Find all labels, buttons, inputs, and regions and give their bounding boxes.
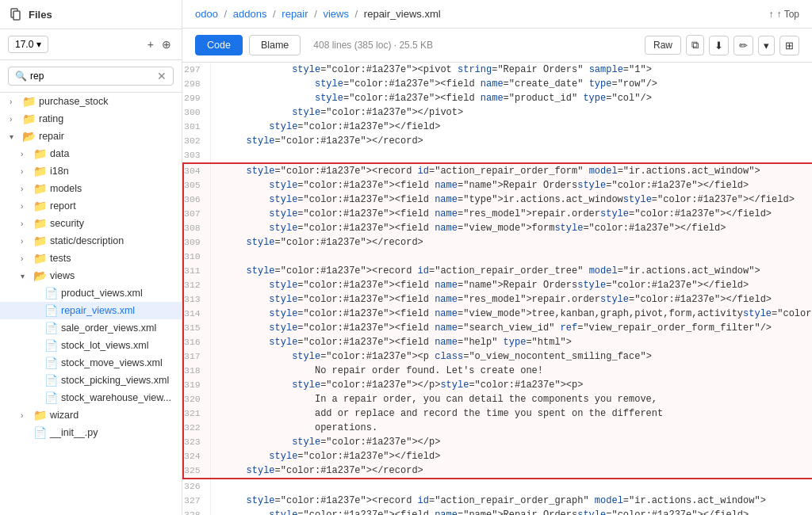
version-select[interactable]: 17.0 ▾ (8, 36, 48, 53)
sidebar: Files 17.0 ▾ + ⊕ 🔍 ✕ › 📁 purchase_stock … (0, 0, 182, 515)
blame-tab[interactable]: Blame (249, 35, 301, 55)
line-code (210, 250, 812, 264)
line-code: style="color:#1a237e"></p> (210, 435, 812, 449)
tree-chevron: › (21, 219, 30, 228)
search-files-button[interactable]: ⊕ (159, 36, 174, 53)
table-row: 328 style="color:#1a237e"><field name="n… (183, 508, 812, 515)
breadcrumb-addons[interactable]: addons (233, 8, 267, 20)
code-area[interactable]: 297 style="color:#1a237e"><pivot string=… (182, 63, 812, 515)
tree-item-purchase_stock[interactable]: › 📁 purchase_stock (0, 93, 182, 110)
table-row: 301 style="color:#1a237e"></field> (183, 120, 812, 134)
table-row: 320 In a repair order, you can detail th… (183, 392, 812, 406)
tree-item-data[interactable]: › 📁 data (0, 145, 182, 162)
line-number: 318 (183, 364, 210, 378)
tree-item-product_views[interactable]: 📄 product_views.xml (0, 284, 182, 302)
edit-button[interactable]: ✏ (733, 36, 753, 55)
breadcrumb-repair[interactable]: repair (282, 8, 308, 20)
chevron-down-icon: ▾ (36, 39, 41, 50)
breadcrumb-odoo[interactable]: odoo (195, 8, 218, 20)
sidebar-title: Files (29, 9, 52, 21)
line-code: No repair order found. Let's create one! (210, 364, 812, 378)
files-icon (10, 8, 22, 21)
tree-item-stock_picking_views[interactable]: 📄 stock_picking_views.xml (0, 372, 182, 389)
tree-item-sale_order_views[interactable]: 📄 sale_order_views.xml (0, 319, 182, 337)
tree-chevron: ▾ (10, 132, 19, 141)
clear-search-button[interactable]: ✕ (157, 70, 167, 82)
table-row: 311 style="color:#1a237e"><record id="ac… (183, 264, 812, 278)
tree-icon: 📂 (33, 269, 47, 282)
tree-item-models[interactable]: › 📁 models (0, 180, 182, 197)
line-number: 312 (183, 278, 210, 292)
tree-label: i18n (50, 166, 69, 177)
tree-item-stock_warehouse_view[interactable]: 📄 stock_warehouse_view... (0, 389, 182, 406)
table-row: 321 add or replace and record the time y… (183, 406, 812, 421)
table-row: 299 style="color:#1a237e"><field name="p… (183, 91, 812, 105)
tree-item-i18n[interactable]: › 📁 i18n (0, 162, 182, 180)
tree-item-repair[interactable]: ▾ 📂 repair (0, 128, 182, 145)
tree-label: report (50, 200, 76, 212)
tree-chevron: › (10, 115, 19, 124)
search-input[interactable] (30, 71, 154, 82)
tree-chevron: › (10, 97, 19, 106)
breadcrumb-sep-3: / (314, 8, 317, 20)
line-code: style="color:#1a237e"><record id="action… (210, 163, 812, 178)
search-icon: 🔍 (15, 71, 27, 82)
line-number: 323 (183, 435, 210, 449)
tree-icon: 📄 (44, 357, 58, 369)
download-button[interactable]: ⬇ (709, 36, 729, 55)
line-code: style="color:#1a237e"><field name="type"… (210, 193, 812, 207)
line-number: 315 (183, 321, 210, 335)
line-code: In a repair order, you can detail the co… (210, 392, 812, 406)
tree-item-repair_views[interactable]: 📄 repair_views.xml (0, 302, 182, 319)
line-code: style="color:#1a237e"><field name="searc… (210, 321, 812, 335)
table-row: 324 style="color:#1a237e"></field> (183, 449, 812, 464)
tree-label: static/description (50, 235, 124, 246)
top-label: ↑ Top (777, 9, 799, 20)
line-number: 311 (183, 264, 210, 278)
tree-item-wizard[interactable]: › 📁 wizard (0, 406, 182, 424)
tree-item-init_py[interactable]: 📄 __init__.py (0, 424, 182, 441)
tree-icon: 📄 (33, 426, 47, 439)
table-row: 317 style="color:#1a237e"><p class="o_vi… (183, 349, 812, 364)
tree-item-report[interactable]: › 📁 report (0, 197, 182, 215)
more-button[interactable]: ▾ (758, 36, 775, 55)
add-file-button[interactable]: + (145, 36, 156, 53)
tree-item-static_description[interactable]: › 📁 static/description (0, 232, 182, 250)
line-number: 299 (183, 91, 210, 105)
tree-item-security[interactable]: › 📁 security (0, 215, 182, 232)
copy-button[interactable]: ⧉ (686, 35, 704, 55)
line-code: style="color:#1a237e"><field name="name"… (210, 278, 812, 292)
tree-item-tests[interactable]: › 📁 tests (0, 250, 182, 267)
table-row: 315 style="color:#1a237e"><field name="s… (183, 321, 812, 335)
tree-label: data (50, 148, 69, 159)
line-code: style="color:#1a237e"></record> (210, 134, 812, 148)
line-code: style="color:#1a237e"></field> (210, 449, 812, 464)
line-code (210, 148, 812, 163)
line-number: 327 (183, 494, 210, 508)
file-tree: › 📁 purchase_stock › 📁 rating ▾ 📂 repair… (0, 93, 182, 515)
line-number: 304 (183, 163, 210, 178)
breadcrumb-current: repair_views.xml (364, 8, 441, 20)
line-number: 302 (183, 134, 210, 148)
tree-label: stock_move_views.xml (61, 357, 163, 368)
tree-item-stock_lot_views[interactable]: 📄 stock_lot_views.xml (0, 337, 182, 354)
line-code: style="color:#1a237e"><field name="view_… (210, 221, 812, 235)
line-number: 316 (183, 335, 210, 349)
tree-chevron: › (21, 202, 30, 211)
raw-button[interactable]: Raw (645, 36, 681, 55)
line-code: style="color:#1a237e"><field name="creat… (210, 77, 812, 91)
tree-label: stock_warehouse_view... (61, 392, 171, 403)
tree-item-views[interactable]: ▾ 📂 views (0, 267, 182, 284)
breadcrumb-views[interactable]: views (323, 8, 349, 20)
panel-button[interactable]: ⊞ (779, 36, 799, 55)
top-button[interactable]: ↑ ↑ Top (769, 9, 799, 20)
tree-item-stock_move_views[interactable]: 📄 stock_move_views.xml (0, 354, 182, 372)
tree-icon: 📁 (33, 217, 47, 230)
line-number: 317 (183, 349, 210, 364)
code-tab[interactable]: Code (195, 35, 243, 55)
tree-label: stock_picking_views.xml (61, 375, 169, 386)
tree-icon: 📂 (22, 130, 36, 143)
file-info: 408 lines (385 loc) · 25.5 KB (313, 40, 433, 51)
table-row: 327 style="color:#1a237e"><record id="ac… (183, 494, 812, 508)
tree-item-rating[interactable]: › 📁 rating (0, 110, 182, 128)
